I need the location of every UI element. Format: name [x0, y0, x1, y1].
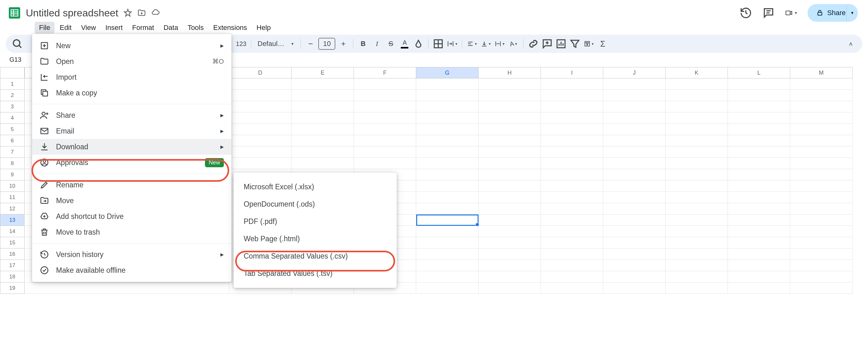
cell-K12[interactable]	[665, 203, 728, 214]
cell-E8[interactable]	[291, 158, 354, 169]
rotate-icon[interactable]: A▼	[507, 38, 520, 50]
cell-H6[interactable]	[478, 135, 541, 146]
cell-I13[interactable]	[541, 214, 603, 226]
column-header-L[interactable]: L	[728, 67, 790, 79]
menu-extensions[interactable]: Extensions	[209, 22, 252, 34]
cell-K11[interactable]	[665, 192, 728, 203]
cell-I6[interactable]	[541, 135, 603, 146]
cell-K16[interactable]	[665, 248, 728, 260]
row-header-1[interactable]: 1	[0, 79, 25, 90]
cell-J1[interactable]	[603, 79, 665, 90]
column-header-M[interactable]: M	[790, 67, 852, 79]
download-option-opendocument[interactable]: OpenDocument (.ods)	[234, 196, 397, 213]
menu-data[interactable]: Data	[159, 22, 182, 34]
document-title[interactable]: Untitled spreadsheet	[26, 7, 118, 19]
cell-J14[interactable]	[603, 226, 665, 237]
cell-K5[interactable]	[665, 124, 728, 135]
search-icon[interactable]	[11, 38, 23, 50]
cell-K1[interactable]	[665, 79, 728, 90]
cell-M3[interactable]	[790, 101, 852, 112]
cell-G5[interactable]	[416, 124, 478, 135]
cell-J13[interactable]	[603, 214, 665, 226]
cell-K9[interactable]	[665, 169, 728, 180]
insert-comment-icon[interactable]	[541, 38, 553, 50]
row-header-9[interactable]: 9	[0, 169, 25, 180]
cell-L11[interactable]	[728, 192, 790, 203]
cell-G4[interactable]	[416, 112, 478, 124]
cell-D8[interactable]	[229, 158, 291, 169]
cell-I2[interactable]	[541, 90, 603, 101]
cell-M2[interactable]	[790, 90, 852, 101]
cell-K2[interactable]	[665, 90, 728, 101]
cell-K6[interactable]	[665, 135, 728, 146]
cell-D2[interactable]	[229, 90, 291, 101]
cell-M8[interactable]	[790, 158, 852, 169]
cell-G18[interactable]	[416, 271, 478, 283]
cell-H5[interactable]	[478, 124, 541, 135]
cell-G10[interactable]	[416, 180, 478, 192]
column-header-H[interactable]: H	[478, 67, 541, 79]
cell-H1[interactable]	[478, 79, 541, 90]
cell-D7[interactable]	[229, 146, 291, 158]
cell-M7[interactable]	[790, 146, 852, 158]
wrap-icon[interactable]: ▼	[494, 38, 506, 50]
cell-H4[interactable]	[478, 112, 541, 124]
cell-K15[interactable]	[665, 237, 728, 248]
cell-I17[interactable]	[541, 260, 603, 271]
cell-J17[interactable]	[603, 260, 665, 271]
cell-J2[interactable]	[603, 90, 665, 101]
row-header-19[interactable]: 19	[0, 283, 25, 294]
row-header-10[interactable]: 10	[0, 180, 25, 192]
cell-L7[interactable]	[728, 146, 790, 158]
file-menu-move-to-trash[interactable]: Move to trash	[32, 224, 231, 240]
borders-icon[interactable]	[432, 38, 444, 50]
meet-icon[interactable]: ▼	[785, 7, 798, 19]
font-size-input[interactable]: 10	[318, 38, 335, 50]
insert-chart-icon[interactable]	[555, 38, 567, 50]
download-option-microsoft[interactable]: Microsoft Excel (.xlsx)	[234, 178, 397, 196]
cell-K18[interactable]	[665, 271, 728, 283]
collapse-toolbar-icon[interactable]: ʌ	[845, 38, 857, 50]
cell-H7[interactable]	[478, 146, 541, 158]
halign-icon[interactable]: ▼	[466, 38, 478, 50]
cell-F8[interactable]	[354, 158, 416, 169]
column-header-D[interactable]: D	[229, 67, 291, 79]
cell-M1[interactable]	[790, 79, 852, 90]
cell-G11[interactable]	[416, 192, 478, 203]
menu-tools[interactable]: Tools	[183, 22, 208, 34]
file-menu-add-shortcut-to-drive[interactable]: Add shortcut to Drive	[32, 208, 231, 224]
row-header-15[interactable]: 15	[0, 237, 25, 248]
cell-G1[interactable]	[416, 79, 478, 90]
column-header-E[interactable]: E	[291, 67, 354, 79]
cell-I12[interactable]	[541, 203, 603, 214]
cell-L18[interactable]	[728, 271, 790, 283]
menu-help[interactable]: Help	[252, 22, 275, 34]
cell-L19[interactable]	[728, 283, 790, 294]
row-header-3[interactable]: 3	[0, 101, 25, 112]
menu-format[interactable]: Format	[128, 22, 159, 34]
cell-I19[interactable]	[541, 283, 603, 294]
cell-L16[interactable]	[728, 248, 790, 260]
row-header-14[interactable]: 14	[0, 226, 25, 237]
cell-L9[interactable]	[728, 169, 790, 180]
link-icon[interactable]	[527, 38, 539, 50]
cell-M16[interactable]	[790, 248, 852, 260]
cell-M19[interactable]	[790, 283, 852, 294]
download-option-pdf[interactable]: PDF (.pdf)	[234, 213, 397, 230]
cell-M14[interactable]	[790, 226, 852, 237]
share-button[interactable]: Share	[808, 4, 852, 22]
cell-M15[interactable]	[790, 237, 852, 248]
cell-J15[interactable]	[603, 237, 665, 248]
cell-G2[interactable]	[416, 90, 478, 101]
name-box[interactable]: G13	[6, 56, 25, 63]
strikethrough-icon[interactable]: S	[385, 38, 397, 50]
cell-G3[interactable]	[416, 101, 478, 112]
cell-I11[interactable]	[541, 192, 603, 203]
cell-D3[interactable]	[229, 101, 291, 112]
cell-G6[interactable]	[416, 135, 478, 146]
cell-E3[interactable]	[291, 101, 354, 112]
cell-K8[interactable]	[665, 158, 728, 169]
cell-M4[interactable]	[790, 112, 852, 124]
cell-I1[interactable]	[541, 79, 603, 90]
cell-L15[interactable]	[728, 237, 790, 248]
